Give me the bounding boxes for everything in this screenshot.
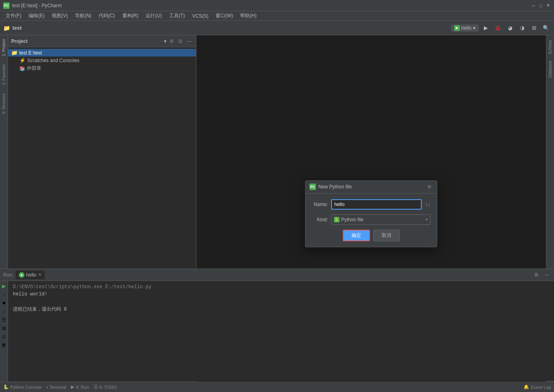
title-bar: PC test [E:\test] - PyCharm ─ □ ✕ — [0, 0, 554, 11]
run-status-icon: ▶ — [71, 384, 74, 390]
panel-collapse-button[interactable]: ⊟ — [177, 38, 184, 45]
profile-button[interactable]: ◑ — [517, 23, 527, 33]
sort-icon[interactable]: ↑↓ — [425, 201, 431, 208]
database-tab[interactable]: Database — [547, 57, 553, 81]
menu-vcs[interactable]: VCS(S) — [189, 12, 212, 20]
python-console-icon: 🐍 — [3, 384, 9, 390]
project-name: test — [12, 25, 22, 31]
run-tab-icon: ▶ — [19, 272, 24, 278]
run-expand-button[interactable]: ⊞ — [0, 325, 8, 332]
run-left-controls: ▶ ↓ ■ ↑ ☰ ⊞ ⎙ 🗑 — [0, 281, 8, 381]
window-controls: ─ □ ✕ — [531, 3, 551, 8]
tree-item-scratches-label: Scratches and Consoles — [27, 58, 79, 63]
app-icon: PC — [3, 2, 10, 9]
new-python-file-dialog: PC New Python file ✕ Name: ↑↓ Kind: — [305, 180, 437, 247]
menu-edit[interactable]: 编辑(E) — [25, 12, 48, 20]
toolbar: 📁 test ▶ hello ▾ ▶ 🐞 ◕ ◑ ⊞ 🔍 — [0, 21, 554, 35]
dialog-buttons: 确定 取消 — [312, 230, 431, 241]
run-label: Run: — [3, 272, 13, 278]
tree-item-scratches[interactable]: ⚡ Scratches and Consoles — [8, 57, 196, 64]
dialog-body: Name: ↑↓ Kind: 🐍 Python file ▾ — [305, 194, 437, 247]
build-button[interactable]: ⊞ — [529, 23, 539, 33]
scratches-icon: ⚡ — [19, 57, 26, 63]
python-file-icon: 🐍 — [334, 217, 340, 222]
todo-label: 6: TODO — [99, 385, 117, 390]
run-print-button[interactable]: ⎙ — [0, 333, 8, 340]
lib-icon: 📚 — [19, 66, 25, 71]
name-row: Name: ↑↓ — [312, 199, 431, 210]
menu-file[interactable]: 文件(F) — [2, 12, 24, 20]
run-settings-button[interactable]: ⚙ — [532, 271, 540, 279]
menu-run[interactable]: 运行(U) — [142, 12, 165, 20]
run-tab-close-button[interactable]: ✕ — [38, 272, 42, 277]
run-output-line1: hello world! — [13, 291, 549, 297]
run-button[interactable]: ▶ — [481, 23, 491, 33]
run-config-dropdown-arrow: ▾ — [473, 25, 475, 31]
hello-run-tab[interactable]: ▶ hello ✕ — [16, 271, 44, 279]
run-clear-button[interactable]: 🗑 — [0, 341, 8, 349]
project-panel-title: Project — [11, 38, 162, 44]
menu-navigate[interactable]: 导航(N) — [72, 12, 95, 20]
kind-label: Kind: — [312, 217, 328, 222]
run-scroll-down-button[interactable]: ↓ — [0, 291, 8, 298]
menu-code[interactable]: 代码(C) — [95, 12, 118, 20]
run-panel-header: Run: ▶ hello ✕ ⚙ ─ — [0, 269, 554, 281]
maximize-button[interactable]: □ — [538, 3, 544, 8]
tree-item-external-libs[interactable]: 📚 外部库 — [8, 64, 196, 73]
python-console-label: Python Console — [10, 385, 42, 390]
dialog-app-icon: PC — [309, 184, 316, 190]
run-panel: Run: ▶ hello ✕ ⚙ ─ ▶ ↓ ■ ↑ ☰ ⊞ ⎙ 🗑 D:\E — [0, 269, 554, 381]
run-soft-wrap-button[interactable]: ☰ — [0, 316, 8, 323]
dialog-title-bar: PC New Python file ✕ — [305, 181, 437, 194]
event-log-icon: 🔔 — [524, 384, 529, 390]
project-panel-header: Project ▾ ⚙ ⊟ — — [8, 35, 196, 47]
sciview-tab[interactable]: SciView — [547, 37, 553, 57]
kind-value: Python file — [341, 217, 424, 222]
python-console-item[interactable]: 🐍 Python Console — [3, 384, 42, 390]
panel-settings-button[interactable]: ⚙ — [168, 38, 175, 45]
dropdown-arrow-icon: ▾ — [426, 217, 428, 222]
run-scroll-up-button[interactable]: ↑ — [0, 308, 8, 315]
panel-minimize-button[interactable]: — — [186, 38, 193, 45]
search-everywhere-button[interactable]: 🔍 — [541, 23, 551, 33]
status-bar: 🐍 Python Console ▪ Terminal ▶ 4: Run ☰ 6… — [0, 382, 554, 392]
dialog-title: New Python file — [318, 184, 423, 190]
run-content: ▶ ↓ ■ ↑ ☰ ⊞ ⎙ 🗑 D:\ENVS\test\Scripts\pyt… — [0, 281, 554, 381]
run-status-item[interactable]: ▶ 4: Run — [71, 384, 89, 390]
dialog-close-button[interactable]: ✕ — [426, 183, 433, 190]
project-tab[interactable]: 1: Project — [1, 35, 7, 60]
close-button[interactable]: ✕ — [545, 3, 551, 8]
menu-tools[interactable]: 工具(T) — [166, 12, 188, 20]
terminal-icon: ▪ — [47, 385, 48, 390]
event-log-item[interactable]: 🔔 Event Log — [524, 384, 551, 390]
run-minimize-button[interactable]: ─ — [543, 271, 551, 279]
menu-help[interactable]: 帮助(H) — [237, 12, 260, 20]
run-stop-button[interactable]: ■ — [0, 299, 8, 307]
kind-dropdown[interactable]: 🐍 Python file ▾ — [331, 214, 431, 225]
todo-item[interactable]: ☰ 6: TODO — [94, 384, 117, 390]
structure-tab[interactable]: 3: Structure — [1, 89, 7, 118]
tree-item-test[interactable]: 📁 test E:\test — [8, 49, 196, 57]
run-with-coverage-button[interactable]: ◕ — [505, 23, 515, 33]
menu-refactor[interactable]: 重构(R) — [119, 12, 142, 20]
menu-view[interactable]: 视图(V) — [49, 12, 71, 20]
debug-button[interactable]: 🐞 — [493, 23, 503, 33]
confirm-button[interactable]: 确定 — [343, 230, 370, 241]
run-configuration[interactable]: ▶ hello ▾ — [451, 24, 479, 32]
cancel-button[interactable]: 取消 — [373, 230, 400, 241]
menu-window[interactable]: 窗口(W) — [212, 12, 236, 20]
terminal-item[interactable]: ▪ Terminal — [47, 385, 66, 390]
run-command-line: D:\ENVS\test\Scripts\python.exe E:/test/… — [13, 284, 549, 290]
favorites-tab[interactable]: 2: Favorites — [1, 60, 7, 89]
folder-icon: 📁 — [3, 25, 10, 31]
run-tab-name: hello — [26, 272, 36, 278]
filename-input[interactable] — [331, 199, 422, 210]
run-restart-button[interactable]: ▶ — [0, 283, 8, 290]
tree-item-external-label: 外部库 — [27, 65, 41, 72]
minimize-button[interactable]: ─ — [531, 3, 536, 8]
run-config-icon: ▶ — [454, 25, 460, 31]
tree-item-test-label: test E:\test — [19, 50, 42, 56]
terminal-label: Terminal — [50, 385, 67, 390]
content-wrapper: 1: Project 2: Favorites 3: Structure Pro… — [0, 35, 554, 392]
window-title: test [E:\test] - PyCharm — [12, 3, 531, 8]
